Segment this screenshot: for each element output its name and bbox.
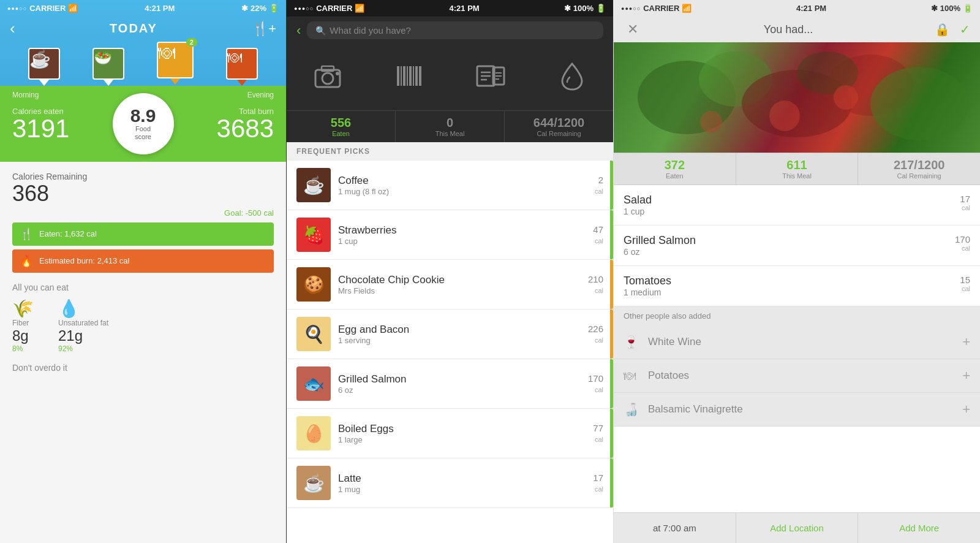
pin-arrow-1 [39,80,49,86]
suggested-item-potatoes[interactable]: 🍽 Potatoes + [614,359,980,393]
svg-point-3 [336,72,339,75]
signal-dots: ●●●○○ [7,6,27,12]
cal-dot-coffee [610,161,613,210]
item-text-salad: Salad 1 cup [624,194,960,216]
burn-bar-fill: 🔥 Estimated burn: 2,413 cal [12,249,274,273]
p2-this-meal-value: 0 [403,116,497,130]
p3-bluetooth-icon: ✱ [931,4,938,13]
status-bar-2: ●●●○○ CARRIER 📶 4:21 PM ✱ 100% 🔋 [287,0,613,17]
all-you-can-eat-label: All you can eat [12,283,274,292]
nav-bar-1: ‹ TODAY 🍴+ [0,17,286,43]
food-score-number: 8.9 [130,107,156,125]
item-desc-boiled-eggs: 1 large [338,435,586,444]
bluetooth-icon: ✱ [241,4,248,13]
list-item[interactable]: 🍳 Egg and Bacon 1 serving 226cal [287,309,613,359]
item-desc-strawberries: 1 cup [338,237,586,246]
p2-battery-icon: 🔋 [596,4,606,13]
cal-dot-boiled-eggs [610,409,613,458]
svg-point-28 [700,111,722,133]
list-item[interactable]: 🥚 Boiled Eggs 1 large 77cal [287,409,613,458]
add-location-button[interactable]: Add Location [736,513,859,543]
unsat-fat-value: 21g [58,327,108,344]
add-balsamic-button[interactable]: + [962,401,970,417]
camera-button[interactable] [308,56,347,96]
meal-pin-meal4[interactable]: 🍽 [226,48,258,86]
svg-point-24 [870,67,968,140]
food-input-icons [287,44,613,110]
unsat-fat-nutrient: 💧 Unsaturated fat 21g 92% [58,298,108,353]
add-more-button[interactable]: Add More [858,513,980,543]
meal-item-salad[interactable]: Salad 1 cup 17cal [614,185,980,226]
p2-remaining-value: 644/1200 [512,116,606,130]
p3-eaten-segment: 372 Eaten [614,153,736,184]
p2-remaining-segment: 644/1200 Cal Remaining [505,111,613,142]
time-label: 4:21 PM [145,4,175,13]
item-info-cookie: Chocolate Chip Cookie Mrs Fields [338,274,581,295]
pin-arrow-2 [104,80,113,86]
add-meal-button[interactable]: 🍴+ [252,21,276,37]
suggested-item-white-wine[interactable]: 🍷 White Wine + [614,325,980,359]
bottom-section: Calories Remaining 368 Goal: -500 cal 🍴 … [0,162,286,543]
barcode-button[interactable] [390,56,429,96]
battery-icon: 🔋 [269,4,279,13]
lock-icon[interactable]: 🔒 [935,22,950,37]
add-white-wine-button[interactable]: + [962,334,970,350]
list-item[interactable]: ☕ Coffee 1 mug (8 fl oz) 2cal [287,161,613,210]
suggested-item-balsamic[interactable]: 🍶 Balsamic Vinaigrette + [614,393,980,427]
search-input-wrap[interactable]: 🔍 What did you have? [307,21,603,39]
meal-img-3: 🍽 [157,42,194,78]
burn-bar-label: Estimated burn: 2,413 cal [39,256,129,265]
meal-pin-salad[interactable]: 🥗 [92,48,124,86]
meal-img-salad: 🥗 [92,48,124,80]
p2-back-button[interactable]: ‹ [296,23,301,39]
item-desc-latte: 1 mug [338,485,586,494]
panel-you-had: ●●●○○ CARRIER 📶 4:21 PM ✱ 100% 🔋 ✕ You h… [613,0,980,543]
item-name-salmon: Grilled Salmon [338,373,581,385]
p2-calories-bar: 556 Eaten 0 This Meal 644/1200 Cal Remai… [287,110,613,142]
item-name-salad: Salad [624,194,960,207]
add-potatoes-button[interactable]: + [962,368,970,384]
status-bar-1: ●●●○○ CARRIER 📶 4:21 PM ✱ 22% 🔋 [0,0,286,17]
meal-item-tomatoes[interactable]: Tomatoes 1 medium 15cal [614,266,980,306]
p2-eaten-segment: 556 Eaten [287,111,396,142]
p3-status-left: ●●●○○ CARRIER 📶 [621,4,692,13]
item-info-coffee: Coffee 1 mug (8 fl oz) [338,175,587,196]
meal-pin-coffee[interactable]: ☕ [28,48,60,86]
p3-remaining-value: 217/1200 [865,158,973,172]
balsamic-icon: 🍶 [624,402,641,417]
potatoes-icon: 🍽 [624,369,641,383]
list-item[interactable]: 🍪 Chocolate Chip Cookie Mrs Fields 210ca… [287,260,613,309]
total-burn-section: Total burn 3683 [174,107,274,142]
search-input[interactable]: What did you have? [330,25,411,36]
cal-dot-cookie [610,260,613,309]
nutrients-row: 🌾 Fiber 8g 8% 💧 Unsaturated fat 21g 92% [12,298,274,353]
svg-point-1 [322,73,333,84]
meal-item-grilled-salmon[interactable]: Grilled Salmon 6 oz 170cal [614,226,980,266]
p3-this-meal-segment: 611 This Meal [736,153,859,184]
calories-eaten-section: Calories eaten 3191 [12,107,113,142]
time-button[interactable]: at 7:00 am [614,513,736,543]
item-cal-latte: 17cal [593,473,603,493]
list-item[interactable]: 🐟 Grilled Salmon 6 oz 170cal [287,359,613,409]
eaten-bar-icon: 🍴 [20,227,33,241]
p3-eaten-label: Eaten [621,172,728,180]
meal-pin-meal3[interactable]: 🍽 2 [157,42,194,86]
svg-rect-5 [401,66,402,86]
water-button[interactable] [552,56,592,96]
back-button[interactable]: ‹ [10,19,15,38]
p3-carrier-label: CARRIER [643,4,679,13]
unsat-fat-icon: 💧 [58,298,108,319]
item-info-strawberries: Strawberries 1 cup [338,224,586,246]
cal-remaining-label: Calories Remaining [12,172,274,181]
list-item[interactable]: 🍓 Strawberries 1 cup 47cal [287,210,613,260]
close-button[interactable]: ✕ [624,21,642,37]
p3-signal-dots: ●●●○○ [621,6,641,12]
item-name-tomatoes: Tomatoes [624,275,960,287]
search-bar: ‹ 🔍 What did you have? [287,17,613,44]
p3-wifi-icon: 📶 [682,4,692,13]
item-desc-cookie: Mrs Fields [338,286,581,295]
meal-diary-button[interactable] [471,56,510,96]
list-item[interactable]: ☕ Latte 1 mug 17cal [287,458,613,508]
check-button[interactable]: ✓ [960,22,970,37]
item-desc-egg-bacon: 1 serving [338,336,581,345]
